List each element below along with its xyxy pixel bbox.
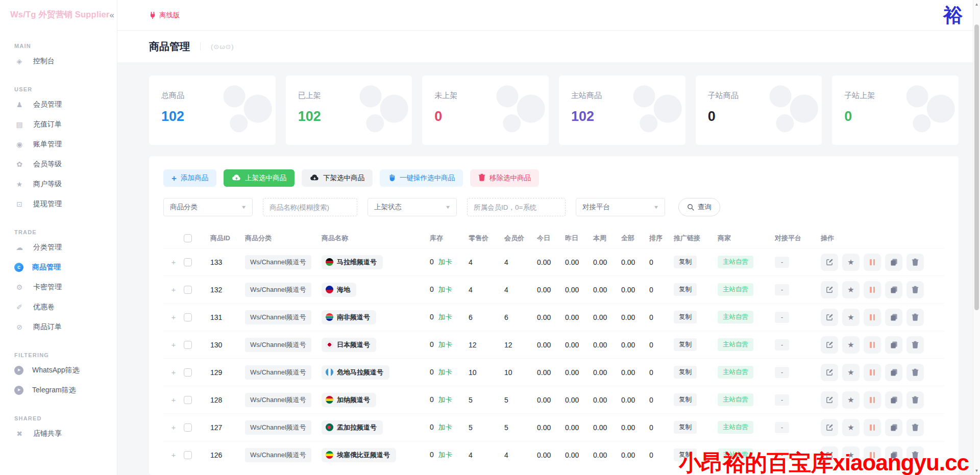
edit-button[interactable] xyxy=(821,336,838,354)
scroll-down-arrow-icon[interactable]: ▼ xyxy=(973,468,980,473)
edit-button[interactable] xyxy=(821,309,838,326)
copy-promo-link-button[interactable]: 复制 xyxy=(674,366,697,379)
sidebar-item-merchant-level[interactable]: ★ 商户等级 xyxy=(14,174,117,194)
expand-row-button[interactable]: + xyxy=(172,258,176,266)
add-card-link[interactable]: 加卡 xyxy=(438,258,452,266)
copy-button[interactable] xyxy=(885,254,902,271)
sidebar-item-shop-share[interactable]: ✖ 店铺共享 xyxy=(14,423,117,443)
sidebar-collapse-icon[interactable]: « xyxy=(109,11,114,19)
copy-promo-link-button[interactable]: 复制 xyxy=(674,448,697,461)
add-card-link[interactable]: 加卡 xyxy=(438,396,452,404)
copy-button[interactable] xyxy=(885,309,902,326)
row-checkbox[interactable] xyxy=(184,396,192,404)
pause-button[interactable] xyxy=(864,364,881,381)
delete-button[interactable] xyxy=(906,254,924,271)
row-checkbox[interactable] xyxy=(184,423,192,432)
sidebar-item-billing[interactable]: ◉ 账单管理 xyxy=(14,134,117,154)
sidebar-item-product-orders[interactable]: ⊘ 商品订单 xyxy=(14,317,117,337)
copy-button[interactable] xyxy=(885,336,902,354)
pause-button[interactable] xyxy=(864,281,881,298)
row-checkbox[interactable] xyxy=(184,258,192,266)
copy-promo-link-button[interactable]: 复制 xyxy=(674,421,697,434)
copy-promo-link-button[interactable]: 复制 xyxy=(674,338,697,351)
edit-button[interactable] xyxy=(821,281,838,298)
delete-button[interactable] xyxy=(906,364,924,381)
plus-button[interactable]: + 添加商品 xyxy=(163,169,216,187)
add-card-link[interactable]: 加卡 xyxy=(438,368,452,376)
delete-button[interactable] xyxy=(906,309,924,326)
add-card-link[interactable]: 加卡 xyxy=(438,313,452,321)
pause-button[interactable] xyxy=(864,336,881,354)
delete-button[interactable] xyxy=(906,336,924,354)
delete-button[interactable] xyxy=(906,419,924,436)
cloud-up-button[interactable]: 上架选中商品 xyxy=(224,169,295,187)
edit-button[interactable] xyxy=(821,254,838,271)
pause-button[interactable] xyxy=(864,419,881,436)
sidebar-item-dashboard[interactable]: ◈ 控制台 xyxy=(14,51,117,71)
expand-row-button[interactable]: + xyxy=(172,451,176,459)
delete-button[interactable] xyxy=(906,281,924,298)
delete-button[interactable] xyxy=(906,391,924,409)
copy-promo-link-button[interactable]: 复制 xyxy=(674,256,697,268)
platform-filter[interactable]: 对接平台 ▼ xyxy=(576,198,665,216)
star-button[interactable]: ★ xyxy=(842,446,860,464)
pause-button[interactable] xyxy=(864,391,881,409)
sidebar-item-category[interactable]: ☁ 分类管理 xyxy=(14,237,117,257)
add-card-link[interactable]: 加卡 xyxy=(438,451,452,459)
copy-promo-link-button[interactable]: 复制 xyxy=(674,283,697,296)
star-button[interactable]: ★ xyxy=(842,336,860,354)
sidebar-item-recharge-orders[interactable]: ▤ 充值订单 xyxy=(14,114,117,134)
star-button[interactable]: ★ xyxy=(842,254,860,271)
star-button[interactable]: ★ xyxy=(842,281,860,298)
expand-row-button[interactable]: + xyxy=(172,340,176,349)
copy-promo-link-button[interactable]: 复制 xyxy=(674,393,697,406)
pause-button[interactable] xyxy=(864,446,881,464)
sidebar-item-telegram-filter[interactable]: ➤ Telegram筛选 xyxy=(14,380,117,400)
expand-row-button[interactable]: + xyxy=(172,313,176,321)
sidebar-item-card-key[interactable]: ⚙ 卡密管理 xyxy=(14,277,117,297)
sidebar-item-whatsapp-filter[interactable]: ➤ WhatsApp筛选 xyxy=(14,360,117,380)
hand-button[interactable]: 一键操作选中商品 xyxy=(380,169,463,187)
expand-row-button[interactable]: + xyxy=(172,423,176,432)
expand-row-button[interactable]: + xyxy=(172,395,176,404)
add-card-link[interactable]: 加卡 xyxy=(438,423,452,431)
expand-row-button[interactable]: + xyxy=(172,368,176,377)
select-all-checkbox[interactable] xyxy=(184,234,192,242)
copy-button[interactable] xyxy=(885,391,902,409)
edit-button[interactable] xyxy=(821,391,838,409)
search-button[interactable]: 查询 xyxy=(678,198,720,216)
member-id-filter[interactable] xyxy=(467,198,566,216)
sidebar-item-members[interactable]: ♟ 会员管理 xyxy=(14,94,117,114)
sidebar-item-products[interactable]: c 商品管理 xyxy=(14,257,117,277)
star-button[interactable]: ★ xyxy=(842,391,860,409)
delete-button[interactable] xyxy=(906,446,924,464)
copy-promo-link-button[interactable]: 复制 xyxy=(674,311,697,323)
sidebar-item-withdrawal[interactable]: ⊡ 提现管理 xyxy=(14,194,117,214)
pause-button[interactable] xyxy=(864,254,881,271)
star-button[interactable]: ★ xyxy=(842,309,860,326)
copy-button[interactable] xyxy=(885,446,902,464)
copy-button[interactable] xyxy=(885,364,902,381)
copy-button[interactable] xyxy=(885,419,902,436)
edit-button[interactable] xyxy=(821,364,838,381)
listing-status-filter[interactable]: 上架状态 ▼ xyxy=(368,198,457,216)
star-button[interactable]: ★ xyxy=(842,364,860,381)
row-checkbox[interactable] xyxy=(184,341,192,349)
remove-trash-button[interactable]: 移除选中商品 xyxy=(470,169,539,187)
edit-button[interactable] xyxy=(821,419,838,436)
sidebar-item-coupon[interactable]: ✐ 优惠卷 xyxy=(14,297,117,317)
vertical-scrollbar[interactable]: ▲ ▼ xyxy=(973,0,980,475)
copy-button[interactable] xyxy=(885,281,902,298)
product-name-search[interactable] xyxy=(263,198,357,216)
row-checkbox[interactable] xyxy=(184,368,192,377)
add-card-link[interactable]: 加卡 xyxy=(438,341,452,348)
scrollbar-thumb[interactable] xyxy=(974,24,979,310)
row-checkbox[interactable] xyxy=(184,286,192,294)
star-button[interactable]: ★ xyxy=(842,419,860,436)
cloud-down-button[interactable]: 下架选中商品 xyxy=(302,169,373,187)
expand-row-button[interactable]: + xyxy=(172,285,176,294)
scroll-up-arrow-icon[interactable]: ▲ xyxy=(973,2,980,7)
row-checkbox[interactable] xyxy=(184,451,192,459)
category-filter[interactable]: 商品分类 ▼ xyxy=(163,198,253,216)
pause-button[interactable] xyxy=(864,309,881,326)
